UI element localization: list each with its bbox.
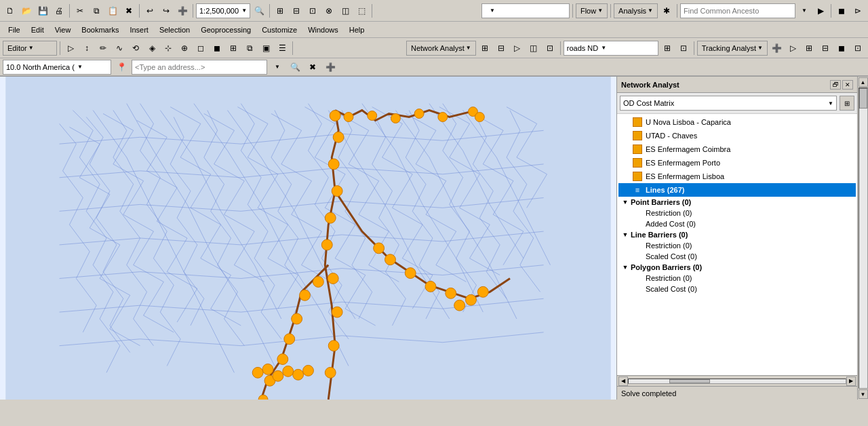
na-dropdown2[interactable]: Network Analyst ▼ <box>406 41 476 56</box>
menu-geoprocessing[interactable]: Geoprocessing <box>195 24 256 35</box>
na-t1[interactable]: ⊞ <box>477 41 492 56</box>
menu-selection[interactable]: Selection <box>154 24 195 35</box>
edit-t7[interactable]: ⊹ <box>161 41 176 56</box>
na-t2[interactable]: ⊟ <box>494 41 509 56</box>
map-tool1[interactable]: ⊞ <box>273 3 288 18</box>
zoom-dropdown[interactable]: 1:2,500,000 ▼ <box>196 3 250 18</box>
tree-item-lines[interactable]: ≡ Lines (267) <box>618 183 856 197</box>
expand-point-barriers[interactable]: ▼ <box>621 198 629 206</box>
analysis-tool[interactable]: ✱ <box>659 3 674 18</box>
menu-windows[interactable]: Windows <box>302 24 344 35</box>
menu-edit[interactable]: Edit <box>26 24 50 35</box>
tree-item-es-lisboa[interactable]: ES Enfermagem Lisboa <box>618 170 856 183</box>
tree-item-point-barriers[interactable]: ▼ Point Barriers (0) <box>618 197 856 208</box>
add-data-btn[interactable]: ➕ <box>175 3 190 18</box>
tree-item-line-barriers[interactable]: ▼ Line Barriers (0) <box>618 229 856 240</box>
na-properties-btn[interactable]: ⊞ <box>840 96 854 111</box>
tree-item-pb-added[interactable]: Added Cost (0) <box>618 218 856 229</box>
save-btn[interactable]: 💾 <box>35 3 50 18</box>
editor-dropdown[interactable]: Editor ▼ <box>3 41 57 56</box>
vscroll-track[interactable] <box>859 88 868 389</box>
edit-t1[interactable]: ▷ <box>63 41 78 56</box>
edit-t5[interactable]: ⟲ <box>128 41 143 56</box>
flow-button[interactable]: Flow ▼ <box>576 3 608 18</box>
undo-btn[interactable]: ↩ <box>142 3 157 18</box>
vscroll-up[interactable]: ▲ <box>859 77 868 87</box>
map-tool4[interactable]: ⊗ <box>321 3 336 18</box>
edit-t14[interactable]: ☰ <box>275 41 290 56</box>
copy-btn[interactable]: ⧉ <box>89 3 104 18</box>
redo-btn[interactable]: ↪ <box>159 3 174 18</box>
tree-item-pb-restriction[interactable]: Restriction (0) <box>618 208 856 218</box>
na-t5[interactable]: ⊡ <box>542 41 557 56</box>
menu-view[interactable]: View <box>50 24 77 35</box>
tree-item-es-coimbra[interactable]: ES Enfermagem Coimbra <box>618 142 856 156</box>
map-area[interactable] <box>0 77 616 400</box>
tracking-dropdown[interactable]: Tracking Analyst ▼ <box>697 41 768 56</box>
tree-item-polb-restriction[interactable]: Restriction (0) <box>618 273 856 284</box>
na-restore-btn[interactable]: 🗗 <box>830 80 841 90</box>
address-clear[interactable]: ✖ <box>305 60 320 75</box>
edit-t13[interactable]: ▣ <box>258 41 273 56</box>
hscroll-thumb[interactable] <box>669 379 710 383</box>
edit-t12[interactable]: ⧉ <box>242 41 257 56</box>
menu-file[interactable]: File <box>3 24 26 35</box>
tr-t5[interactable]: ◼ <box>834 41 849 56</box>
vscroll-down[interactable]: ▼ <box>859 389 868 399</box>
edit-t3[interactable]: ✏ <box>96 41 111 56</box>
tree-item-lb-scaled[interactable]: Scaled Cost (0) <box>618 251 856 262</box>
find-dropdown[interactable]: ▼ <box>797 3 812 18</box>
map-tool2[interactable]: ⊟ <box>289 3 304 18</box>
tree-item-utad[interactable]: UTAD - Chaves <box>618 129 856 142</box>
edit-t11[interactable]: ⊞ <box>226 41 241 56</box>
edit-t2[interactable]: ↕ <box>79 41 94 56</box>
hscroll-left[interactable]: ◀ <box>618 376 628 386</box>
geocoder-dropdown[interactable]: ▼ <box>481 3 570 18</box>
tr-t4[interactable]: ⊟ <box>818 41 833 56</box>
edit-t10[interactable]: ◼ <box>210 41 224 56</box>
new-btn[interactable]: 🗋 <box>3 3 18 18</box>
roads-t2[interactable]: ⊡ <box>676 41 691 56</box>
map-tool5[interactable]: ◫ <box>338 3 353 18</box>
zoom-btn[interactable]: 🔍 <box>252 3 267 18</box>
paste-btn[interactable]: 📋 <box>105 3 120 18</box>
menu-customize[interactable]: Customize <box>256 24 302 35</box>
tr-t2[interactable]: ▷ <box>785 41 800 56</box>
na-t4[interactable]: ◫ <box>526 41 541 56</box>
expand-line-barriers[interactable]: ▼ <box>621 231 629 239</box>
address-go[interactable]: 🔍 <box>288 60 302 75</box>
vscroll-thumb[interactable] <box>859 88 867 109</box>
hscroll-right[interactable]: ▶ <box>846 376 856 386</box>
ext-btn2[interactable]: ⊳ <box>850 3 865 18</box>
na-close-btn[interactable]: ✕ <box>842 80 853 90</box>
print-btn[interactable]: 🖨 <box>52 3 66 18</box>
menu-bookmarks[interactable]: Bookmarks <box>76 24 124 35</box>
edit-t9[interactable]: ◻ <box>193 41 208 56</box>
map-tool6[interactable]: ⬚ <box>354 3 369 18</box>
cut-btn[interactable]: ✂ <box>73 3 87 18</box>
hscroll-track[interactable] <box>628 379 846 384</box>
tree-item-polygon-barriers[interactable]: ▼ Polygon Barriers (0) <box>618 262 856 273</box>
menu-help[interactable]: Help <box>344 24 370 35</box>
edit-t4[interactable]: ∿ <box>112 41 127 56</box>
menu-insert[interactable]: Insert <box>124 24 154 35</box>
map-tool3[interactable]: ⊡ <box>305 3 320 18</box>
na-t3[interactable]: ▷ <box>510 41 525 56</box>
geocoder-icon[interactable]: 📍 <box>114 60 129 75</box>
find-go[interactable]: ▶ <box>813 3 828 18</box>
geocoder-select[interactable]: 10.0 North America ( ▼ <box>3 60 111 75</box>
analysis-button[interactable]: Analysis ▼ <box>614 3 658 18</box>
tr-t6[interactable]: ⊡ <box>850 41 865 56</box>
address-input[interactable] <box>132 60 267 75</box>
delete-btn[interactable]: ✖ <box>121 3 136 18</box>
tr-t1[interactable]: ➕ <box>769 41 784 56</box>
address-arrow[interactable]: ▼ <box>270 60 285 75</box>
ext-btn1[interactable]: ◼ <box>834 3 849 18</box>
find-input[interactable] <box>680 3 795 18</box>
roads-dropdown[interactable]: roads ND ▼ <box>564 41 658 56</box>
tree-item-nova-lisboa[interactable]: U Nova Lisboa - Caparica <box>618 115 856 129</box>
edit-t8[interactable]: ⊕ <box>177 41 192 56</box>
roads-t1[interactable]: ⊞ <box>660 41 675 56</box>
open-btn[interactable]: 📂 <box>19 3 34 18</box>
expand-polygon-barriers[interactable]: ▼ <box>621 263 629 271</box>
